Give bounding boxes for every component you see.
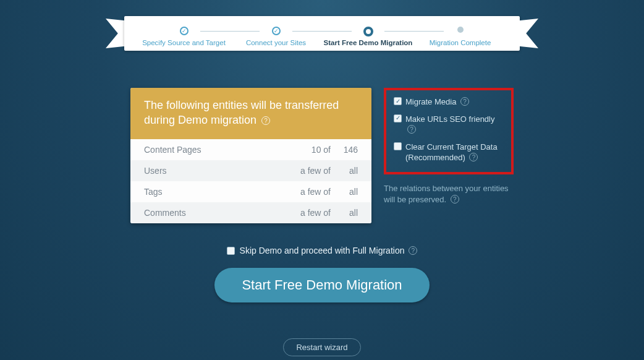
option-seo-urls[interactable]: ✓ Make URLs SEO friendly ? — [394, 114, 504, 135]
entity-total: all — [331, 187, 358, 197]
entity-label: Users — [144, 166, 281, 176]
entity-qty: 10 of — [281, 145, 331, 155]
checkbox-icon[interactable]: ✓ — [394, 114, 402, 122]
option-migrate-media[interactable]: ✓ Migrate Media ? — [394, 96, 504, 108]
step-migration-complete: Migration Complete — [414, 20, 506, 47]
entities-heading: The following entities will be transferr… — [144, 99, 339, 126]
step-demo-migration[interactable]: Start Free Demo Migration — [322, 20, 414, 47]
step-specify-source[interactable]: ✓ Specify Source and Target — [138, 20, 230, 47]
option-clear-target[interactable]: Clear Current Target Data (Recommended) … — [394, 142, 504, 163]
migration-options-highlight: ✓ Migrate Media ? ✓ Make URLs SEO friend… — [384, 88, 514, 174]
step-connect-sites[interactable]: ✓ Connect your Sites — [230, 20, 322, 47]
entity-qty: a few of — [281, 187, 331, 197]
help-icon[interactable]: ? — [451, 195, 459, 204]
checkbox-icon[interactable] — [394, 142, 402, 150]
step-label: Start Free Demo Migration — [324, 39, 413, 46]
start-demo-migration-button[interactable]: Start Free Demo Migration — [214, 268, 429, 302]
relations-preserved-note: The relations between your entities will… — [384, 183, 514, 205]
skip-demo-label: Skip Demo and proceed with Full Migratio… — [240, 246, 405, 255]
entity-row: Tags a few of all — [130, 181, 371, 202]
wizard-stepper: ✓ Specify Source and Target ✓ Connect yo… — [0, 16, 644, 51]
entity-total: all — [331, 166, 358, 176]
entity-label: Comments — [144, 208, 281, 218]
entity-row: Content Pages 10 of 146 — [130, 139, 371, 160]
checkbox-icon[interactable]: ✓ — [394, 97, 402, 105]
ribbon-tail-right — [516, 19, 538, 48]
restart-wizard-button[interactable]: Restart wizard — [283, 338, 360, 356]
step-label: Migration Complete — [430, 39, 491, 46]
step-label: Connect your Sites — [246, 39, 306, 46]
entity-qty: a few of — [281, 208, 331, 218]
help-icon[interactable]: ? — [469, 153, 478, 161]
check-icon: ✓ — [272, 27, 281, 35]
stepper-ribbon: ✓ Specify Source and Target ✓ Connect yo… — [124, 16, 520, 51]
skip-demo-row[interactable]: Skip Demo and proceed with Full Migratio… — [0, 246, 644, 255]
entity-row: Users a few of all — [130, 160, 371, 181]
help-icon[interactable]: ? — [261, 116, 270, 125]
help-icon[interactable]: ? — [407, 125, 416, 134]
option-label: Clear Current Target Data (Recommended) — [405, 142, 498, 163]
pending-step-icon — [457, 27, 464, 33]
entities-card-header: The following entities will be transferr… — [130, 88, 371, 139]
entity-row: Comments a few of all — [130, 202, 371, 223]
entities-card: The following entities will be transferr… — [130, 88, 371, 223]
option-label: Migrate Media — [405, 97, 456, 106]
options-column: ✓ Migrate Media ? ✓ Make URLs SEO friend… — [384, 88, 514, 205]
entity-total: 146 — [331, 145, 358, 155]
checkbox-icon[interactable] — [227, 247, 235, 255]
entity-label: Content Pages — [144, 145, 281, 155]
entity-qty: a few of — [281, 166, 331, 176]
step-label: Specify Source and Target — [142, 39, 226, 46]
entity-total: all — [331, 208, 358, 218]
option-label: Make URLs SEO friendly — [405, 114, 495, 124]
check-icon: ✓ — [180, 27, 189, 35]
help-icon[interactable]: ? — [460, 97, 469, 106]
entity-label: Tags — [144, 187, 281, 197]
help-icon[interactable]: ? — [409, 246, 417, 255]
active-step-icon — [363, 27, 373, 36]
